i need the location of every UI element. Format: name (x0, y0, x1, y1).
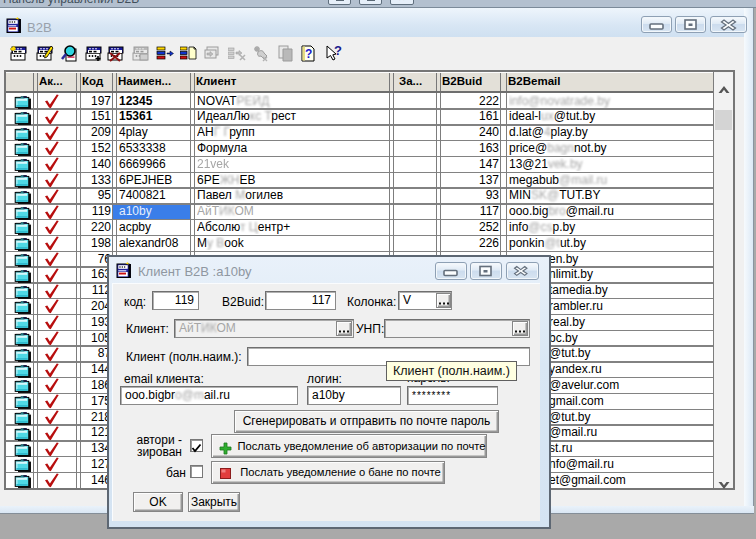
svg-text:?: ? (334, 45, 342, 58)
svg-text:?: ? (305, 47, 312, 61)
